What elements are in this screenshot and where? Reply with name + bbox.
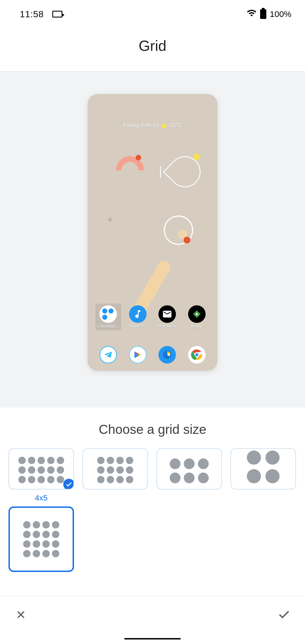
grid-options-row-2: 4x5	[0, 493, 305, 572]
grid-option-0[interactable]	[8, 448, 74, 489]
cancel-button[interactable]	[14, 608, 28, 621]
grid-option-label: 4x5	[8, 493, 74, 504]
grid-option-2[interactable]	[156, 448, 222, 489]
grid-options-row-1	[0, 448, 305, 489]
app-shuttle: Shuttle 2.0	[125, 305, 151, 328]
check-icon	[63, 479, 74, 489]
preview-area: Friday, Feb 19 15°C Communic... Shuttle …	[0, 71, 305, 408]
nav-handle[interactable]	[124, 638, 181, 639]
dock-chrome	[188, 346, 206, 364]
dock-telegram	[99, 346, 117, 364]
confirm-button[interactable]	[277, 608, 291, 621]
app-emby: Emby	[184, 305, 210, 328]
svg-point-6	[195, 353, 199, 356]
choose-section: Choose a grid size 4x5	[0, 408, 305, 572]
battery-percentage: 100%	[270, 9, 291, 19]
sun-icon	[162, 123, 167, 129]
preview-app-row: Communic... Shuttle 2.0 Bose Music Emby	[93, 305, 212, 328]
grid-option-1[interactable]	[82, 448, 148, 489]
phone-preview: Friday, Feb 19 15°C Communic... Shuttle …	[88, 94, 217, 371]
dock-play-store	[129, 346, 147, 364]
choose-title: Choose a grid size	[0, 422, 305, 437]
footer-bar	[0, 596, 305, 644]
status-time: 11:58	[20, 9, 44, 19]
preview-dock	[93, 346, 212, 364]
app-bose-music: Bose Music	[154, 305, 180, 328]
status-bar: 11:58 100%	[0, 0, 305, 26]
grid-option-3[interactable]	[230, 448, 296, 489]
grid-option-4x5[interactable]: 4x5	[8, 493, 74, 572]
dock-authenticator	[158, 346, 176, 364]
page-title: Grid	[0, 26, 305, 71]
wifi-icon	[247, 8, 257, 20]
camera-icon	[52, 11, 62, 18]
battery-icon	[260, 9, 266, 19]
preview-date-widget: Friday, Feb 19 15°C	[88, 122, 217, 129]
app-folder-communications: Communic...	[95, 304, 121, 330]
